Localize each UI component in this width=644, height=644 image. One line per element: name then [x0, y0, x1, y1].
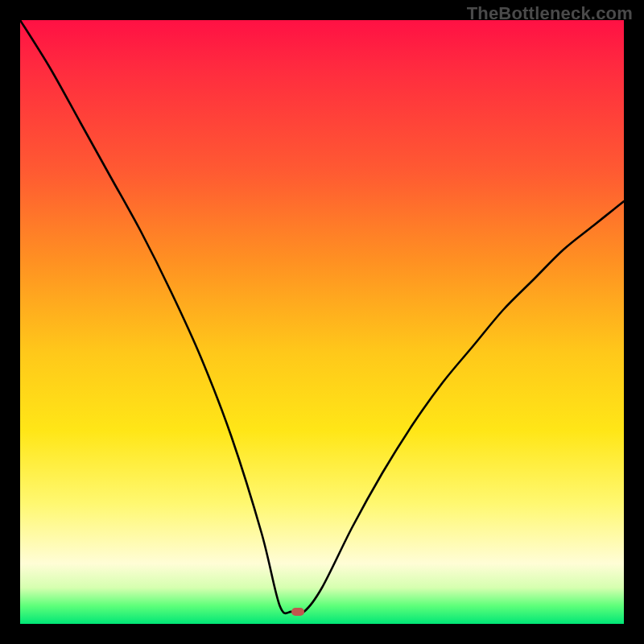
plot-area: [20, 20, 624, 624]
chart-container: TheBottleneck.com: [0, 0, 644, 644]
bottleneck-curve: [20, 20, 624, 624]
optimum-marker: [291, 608, 304, 616]
